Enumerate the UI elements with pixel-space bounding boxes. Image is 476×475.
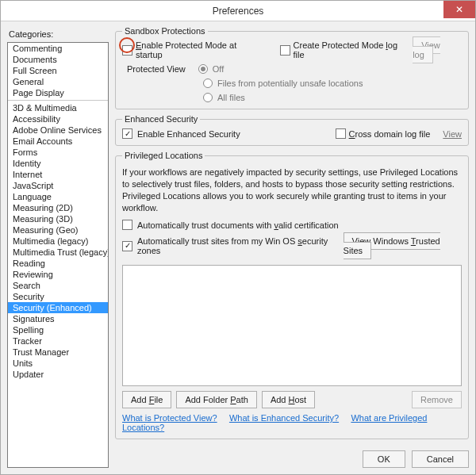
add-file-button[interactable]: Add File bbox=[122, 391, 171, 408]
enhanced-legend: Enhanced Security bbox=[122, 114, 200, 124]
protected-view-off-radio[interactable] bbox=[198, 64, 208, 74]
category-item[interactable]: Trust Manager bbox=[8, 347, 108, 358]
privileged-locations-list[interactable] bbox=[122, 265, 462, 386]
enable-enhanced-security-label: Enable Enhanced Security bbox=[137, 129, 240, 139]
cancel-button[interactable]: Cancel bbox=[412, 450, 469, 468]
category-item[interactable]: Search bbox=[8, 280, 108, 291]
auto-trust-valid-cert-label: Automatically trust documents with valid… bbox=[137, 220, 339, 230]
category-item[interactable]: Forms bbox=[8, 147, 108, 158]
category-item[interactable]: Language bbox=[8, 191, 108, 202]
cross-domain-log-label: Cross domain log file bbox=[349, 129, 431, 139]
view-log-button: View log bbox=[413, 36, 440, 63]
protected-view-all-label: All files bbox=[217, 93, 245, 102]
protected-view-label: Protected View bbox=[127, 64, 186, 74]
priv-legend: Privileged Locations bbox=[122, 151, 205, 160]
category-item[interactable]: Updater bbox=[8, 369, 108, 380]
category-separator bbox=[8, 100, 108, 101]
dialog-footer: OK Cancel bbox=[115, 450, 469, 468]
auto-trust-os-zones-label: Automatically trust sites from my Win OS… bbox=[137, 236, 339, 255]
category-item[interactable]: Accessibility bbox=[8, 113, 108, 124]
category-item[interactable]: Full Screen bbox=[8, 65, 108, 76]
category-item[interactable]: Documents bbox=[8, 54, 108, 65]
category-item[interactable]: Commenting bbox=[8, 43, 108, 54]
enhanced-security-group: Enhanced Security Enable Enhanced Securi… bbox=[115, 114, 469, 146]
preferences-window: Preferences ✕ Categories: CommentingDocu… bbox=[0, 0, 476, 475]
view-trusted-sites-button[interactable]: View Windows Trusted Sites bbox=[344, 232, 440, 259]
protected-view-all-radio[interactable] bbox=[203, 93, 213, 102]
category-item[interactable]: Multimedia Trust (legacy) bbox=[8, 247, 108, 258]
category-item[interactable]: Identity bbox=[8, 158, 108, 169]
enable-enhanced-security-checkbox[interactable] bbox=[122, 128, 132, 139]
categories-listbox[interactable]: CommentingDocumentsFull ScreenGeneralPag… bbox=[7, 42, 109, 468]
category-item[interactable]: Reviewing bbox=[8, 269, 108, 280]
ok-button[interactable]: OK bbox=[363, 450, 405, 468]
category-item[interactable]: Spelling bbox=[8, 324, 108, 335]
sandbox-protections-group: Sandbox Protections Enable Protected Mod… bbox=[115, 26, 469, 109]
category-item[interactable]: Tracker bbox=[8, 335, 108, 347]
remove-button: Remove bbox=[412, 391, 462, 408]
category-item[interactable]: 3D & Multimedia bbox=[8, 102, 108, 113]
priv-description: If your workflows are negatively impacte… bbox=[122, 167, 462, 213]
category-item[interactable]: Signatures bbox=[8, 313, 108, 324]
cross-domain-log-checkbox[interactable] bbox=[336, 128, 346, 139]
left-panel: Categories: CommentingDocumentsFull Scre… bbox=[7, 26, 109, 468]
enable-protected-mode-label: Enable Protected Mode at startup bbox=[136, 40, 263, 59]
create-log-label: Create Protected Mode log file bbox=[294, 40, 409, 59]
window-title: Preferences bbox=[213, 6, 264, 17]
what-is-enhanced-security-link[interactable]: What is Enhanced Security? bbox=[229, 413, 339, 423]
add-host-button[interactable]: Add Host bbox=[262, 391, 315, 408]
auto-trust-os-zones-checkbox[interactable] bbox=[122, 241, 132, 251]
protected-view-unsafe-radio[interactable] bbox=[203, 79, 213, 88]
category-item[interactable]: General bbox=[8, 76, 108, 87]
category-item[interactable]: Security (Enhanced) bbox=[8, 302, 108, 313]
protected-view-off-label: Off bbox=[213, 64, 224, 74]
category-item[interactable]: Reading bbox=[8, 258, 108, 269]
close-icon: ✕ bbox=[455, 4, 463, 15]
category-item[interactable]: Measuring (3D) bbox=[8, 213, 108, 224]
view-link: View bbox=[443, 129, 462, 139]
category-item[interactable]: Security bbox=[8, 291, 108, 302]
sandbox-legend: Sandbox Protections bbox=[122, 26, 208, 36]
create-log-checkbox[interactable] bbox=[280, 45, 290, 56]
category-item[interactable]: Adobe Online Services bbox=[8, 124, 108, 136]
category-item[interactable]: JavaScript bbox=[8, 180, 108, 191]
category-item[interactable]: Internet bbox=[8, 169, 108, 180]
privileged-locations-group: Privileged Locations If your workflows a… bbox=[115, 151, 469, 439]
category-item[interactable]: Page Display bbox=[8, 87, 108, 98]
close-button[interactable]: ✕ bbox=[443, 1, 475, 18]
help-links: What is Protected View? What is Enhanced… bbox=[122, 413, 462, 432]
enable-protected-mode-checkbox[interactable] bbox=[122, 45, 132, 56]
category-item[interactable]: Measuring (Geo) bbox=[8, 224, 108, 236]
protected-view-unsafe-label: Files from potentially unsafe locations bbox=[217, 79, 363, 88]
category-item[interactable]: Measuring (2D) bbox=[8, 202, 108, 213]
what-is-protected-view-link[interactable]: What is Protected View? bbox=[122, 413, 217, 423]
add-folder-path-button[interactable]: Add Folder Path bbox=[176, 391, 257, 408]
category-item[interactable]: Email Accounts bbox=[8, 136, 108, 147]
category-item[interactable]: Multimedia (legacy) bbox=[8, 236, 108, 247]
title-bar: Preferences ✕ bbox=[1, 1, 475, 21]
category-item[interactable]: Units bbox=[8, 358, 108, 369]
categories-label: Categories: bbox=[9, 29, 109, 39]
auto-trust-valid-cert-checkbox[interactable] bbox=[122, 220, 132, 230]
right-panel: Sandbox Protections Enable Protected Mod… bbox=[115, 26, 469, 468]
